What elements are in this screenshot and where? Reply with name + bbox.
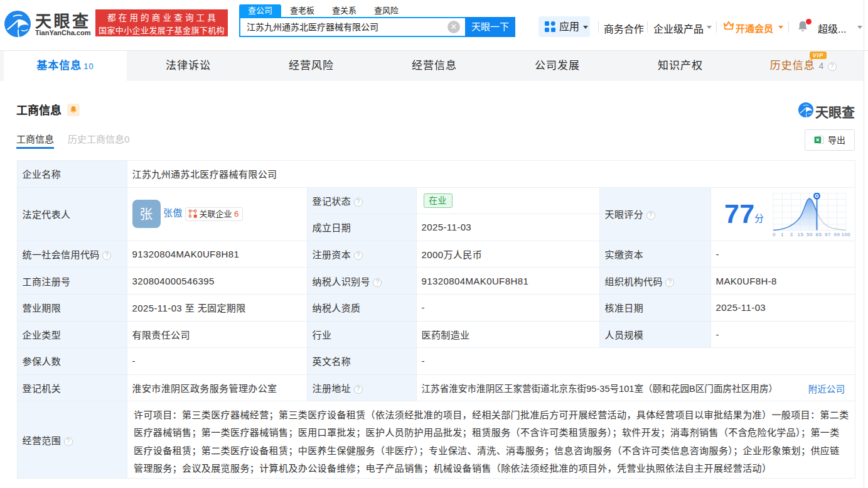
svg-text:3: 3 [790,232,793,237]
svg-text:85: 85 [816,232,822,237]
svg-text:99: 99 [834,232,840,237]
svg-text:0: 0 [773,232,776,237]
svg-text:100: 100 [842,232,851,237]
svg-text:50: 50 [806,232,813,237]
svg-text:1: 1 [781,232,784,237]
svg-text:15: 15 [798,232,804,237]
svg-text:97: 97 [825,232,831,237]
